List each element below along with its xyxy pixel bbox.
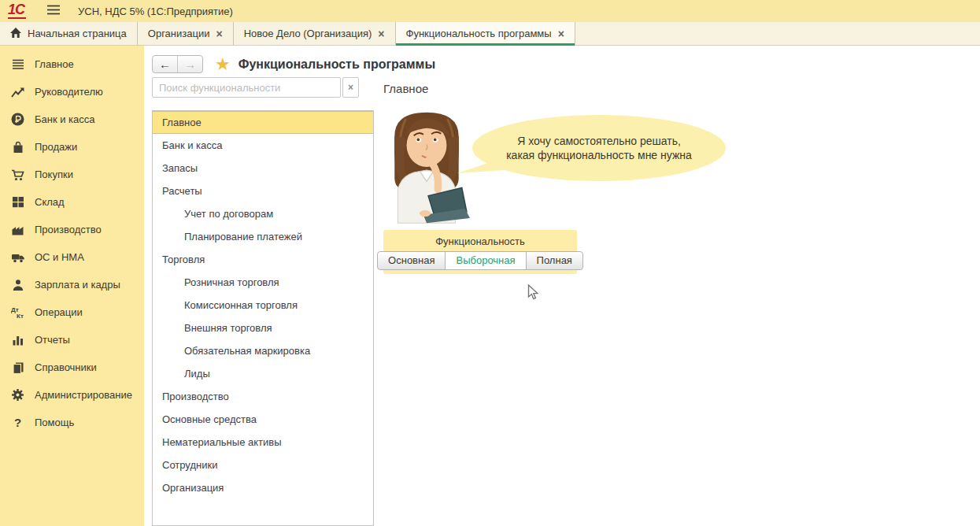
1c-logo: 1С — [8, 3, 26, 19]
sidebar: Главное Руководителю Банк и касса Продаж… — [0, 46, 144, 526]
option-osnovnaya-button[interactable]: Основная — [377, 251, 446, 270]
sidebar-item-label: Помощь — [35, 417, 74, 428]
list-item[interactable]: Производство — [153, 385, 373, 408]
person-icon — [10, 278, 25, 292]
list-item[interactable]: Розничная торговля — [153, 271, 373, 294]
sidebar-item-administrirovanie[interactable]: Администрирование — [0, 381, 144, 409]
list-item[interactable]: Банк и касса — [153, 134, 373, 157]
speech-bubble: Я хочу самостоятельно решать, какая функ… — [472, 115, 726, 181]
warehouse-icon — [10, 195, 25, 209]
sidebar-item-label: Производство — [35, 224, 102, 235]
sidebar-item-label: Главное — [35, 58, 74, 70]
tab-bar: Начальная страница Организации × Новое Д… — [0, 22, 980, 46]
list-item[interactable]: Основные средства — [153, 408, 373, 431]
sidebar-item-label: Руководителю — [35, 86, 103, 98]
sidebar-item-otchety[interactable]: Отчеты — [0, 326, 144, 354]
sidebar-item-label: Отчеты — [35, 334, 70, 346]
close-icon[interactable]: × — [378, 28, 384, 40]
list-item[interactable]: Сотрудники — [153, 454, 373, 476]
debit-credit-icon: ДтКт — [10, 306, 25, 320]
tab-label: Новое Дело (Организация) — [244, 28, 372, 39]
page-title: Функциональность программы — [239, 57, 435, 72]
list-item[interactable]: Главное — [153, 111, 373, 134]
list-item[interactable]: Обязательная маркировка — [153, 339, 373, 362]
sidebar-item-operacii[interactable]: ДтКт Операции — [0, 298, 144, 326]
clear-search-icon[interactable]: × — [342, 77, 359, 98]
tab-novoe-delo[interactable]: Новое Дело (Организация) × — [234, 22, 396, 45]
bar-chart-icon — [10, 333, 25, 347]
list-item[interactable]: Расчеты — [153, 180, 373, 202]
sidebar-item-label: Покупки — [35, 169, 73, 180]
page-header: ← → ★ Функциональность программы — [152, 55, 435, 73]
tab-functionality[interactable]: Функциональность программы × — [396, 22, 575, 45]
factory-icon — [10, 223, 25, 237]
functionality-label: Функциональность — [383, 230, 577, 247]
trend-icon — [10, 85, 25, 99]
sidebar-item-label: Зарплата и кадры — [35, 279, 120, 291]
functionality-options: Основная Выборочная Полная — [383, 251, 577, 270]
tab-label: Функциональность программы — [406, 28, 552, 39]
cart-icon — [10, 168, 25, 182]
ruble-coin-icon — [10, 113, 25, 127]
sidebar-item-label: Склад — [35, 196, 65, 208]
main-content: ← → ★ Функциональность программы × Главн… — [144, 46, 980, 526]
sidebar-item-proizvodstvo[interactable]: Производство — [0, 216, 144, 243]
sidebar-item-glavnoe[interactable]: Главное — [0, 50, 144, 78]
sidebar-item-label: Администрирование — [35, 389, 132, 401]
speech-bubble-line: Я хочу самостоятельно решать, — [517, 134, 681, 148]
hamburger-icon — [46, 4, 61, 18]
home-icon — [10, 28, 21, 40]
svg-text:Кт: Кт — [17, 313, 24, 319]
feature-sections-panel: Главное Банк и касса Запасы Расчеты Учет… — [152, 110, 374, 526]
main-menu-button[interactable] — [46, 4, 61, 18]
list-item[interactable]: Комиссионная торговля — [153, 294, 373, 317]
tab-organizations[interactable]: Организации × — [138, 22, 234, 45]
list-item[interactable]: Нематериальные активы — [153, 431, 373, 454]
shopping-bag-icon — [10, 140, 25, 154]
close-icon[interactable]: × — [558, 28, 564, 40]
list-item[interactable]: Планирование платежей — [153, 225, 373, 248]
gear-icon — [10, 388, 25, 402]
option-vyborochnaya-button[interactable]: Выборочная — [445, 251, 526, 270]
section-heading: Главное — [383, 82, 428, 95]
truck-icon — [10, 250, 25, 265]
search-input[interactable] — [152, 77, 341, 98]
sidebar-item-label: ОС и НМА — [35, 251, 84, 263]
tab-home[interactable]: Начальная страница — [0, 22, 138, 45]
list-item[interactable]: Лиды — [153, 362, 373, 385]
option-polnaya-button[interactable]: Полная — [526, 251, 583, 270]
sidebar-item-pokupki[interactable]: Покупки — [0, 161, 144, 188]
list-item[interactable]: Запасы — [153, 157, 373, 180]
sidebar-item-zarplata-i-kadry[interactable]: Зарплата и кадры — [0, 271, 144, 298]
tab-label: Начальная страница — [28, 28, 127, 39]
books-icon — [10, 361, 25, 375]
sidebar-item-label: Справочники — [35, 361, 97, 373]
functionality-panel: Функциональность Основная Выборочная Пол… — [383, 230, 577, 274]
list-item[interactable]: Учет по договорам — [153, 202, 373, 225]
sidebar-item-sklad[interactable]: Склад — [0, 188, 144, 216]
sidebar-item-label: Банк и касса — [35, 113, 95, 125]
speech-bubble-line: какая функциональность мне нужна — [506, 148, 692, 162]
forward-button[interactable]: → — [178, 56, 202, 72]
favorite-star-icon[interactable]: ★ — [215, 56, 231, 73]
close-icon[interactable]: × — [216, 28, 222, 40]
sidebar-item-pomosch[interactable]: ? Помощь — [0, 409, 144, 436]
history-nav: ← → — [152, 55, 203, 73]
list-item[interactable]: Торговля — [153, 248, 373, 271]
list-item[interactable]: Организация — [153, 476, 373, 499]
question-icon: ? — [10, 416, 25, 430]
sidebar-item-os-i-nma[interactable]: ОС и НМА — [0, 243, 144, 271]
sidebar-item-label: Продажи — [35, 141, 77, 153]
sidebar-item-rukovoditelyu[interactable]: Руководителю — [0, 78, 144, 106]
search-row: × — [152, 77, 359, 98]
mouse-cursor — [527, 284, 539, 301]
sidebar-item-label: Операции — [35, 306, 83, 318]
tab-label: Организации — [148, 28, 210, 39]
sidebar-item-prodazhi[interactable]: Продажи — [0, 133, 144, 161]
window-title: УСН, НДС 5% (1С:Предприятие) — [78, 6, 233, 17]
menu-icon — [10, 57, 25, 72]
sidebar-item-bank-i-kassa[interactable]: Банк и касса — [0, 106, 144, 133]
sidebar-item-spravochniki[interactable]: Справочники — [0, 354, 144, 381]
back-button[interactable]: ← — [153, 56, 178, 72]
list-item[interactable]: Внешняя торговля — [153, 317, 373, 339]
